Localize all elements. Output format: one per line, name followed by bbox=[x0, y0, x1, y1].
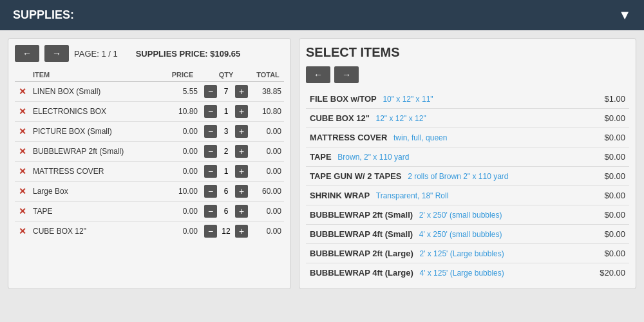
item-price: 0.00 bbox=[165, 122, 200, 142]
qty-decrease-button[interactable]: − bbox=[204, 165, 217, 178]
qty-increase-button[interactable]: + bbox=[235, 225, 248, 238]
select-next-button[interactable]: → bbox=[334, 66, 359, 83]
item-total: 0.00 bbox=[252, 142, 284, 162]
select-item-desc: 2' x 250' (small bubbles) bbox=[419, 211, 502, 220]
supplies-next-button[interactable]: → bbox=[44, 45, 69, 62]
remove-item-button[interactable]: ✕ bbox=[17, 146, 28, 156]
supplies-prev-button[interactable]: ← bbox=[15, 45, 39, 62]
list-item[interactable]: CUBE BOX 12" 12" x 12" x 12" $0.00 bbox=[306, 109, 629, 128]
item-price: 0.00 bbox=[165, 222, 200, 242]
qty-increase-button[interactable]: + bbox=[235, 85, 248, 98]
remove-item-button[interactable]: ✕ bbox=[17, 166, 28, 176]
select-item-name: MATTRESS COVER bbox=[310, 133, 387, 142]
table-row: ✕ LINEN BOX (Small) 5.55 − 7 + 38.85 bbox=[15, 82, 284, 102]
list-item[interactable]: TAPE GUN W/ 2 TAPES 2 rolls of Brown 2" … bbox=[306, 167, 629, 186]
qty-decrease-button[interactable]: − bbox=[204, 125, 217, 138]
qty-decrease-button[interactable]: − bbox=[204, 205, 217, 218]
select-item-desc: 10" x 12" x 11" bbox=[383, 95, 433, 104]
supplies-nav: ← → PAGE: 1 / 1 SUPPLIES PRICE: $109.65 bbox=[15, 45, 284, 62]
qty-increase-button[interactable]: + bbox=[235, 185, 248, 198]
list-item[interactable]: TAPE Brown, 2" x 110 yard $0.00 bbox=[306, 147, 629, 167]
qty-value: 2 bbox=[220, 147, 232, 156]
qty-decrease-button[interactable]: − bbox=[204, 105, 217, 118]
remove-item-button[interactable]: ✕ bbox=[17, 206, 28, 216]
item-total: 0.00 bbox=[252, 222, 284, 242]
supplies-price-info: SUPPLIES PRICE: $109.65 bbox=[136, 49, 241, 59]
qty-value: 7 bbox=[220, 87, 232, 96]
item-price: 10.00 bbox=[165, 182, 200, 202]
select-item-name-cell: BUBBLEWRAP 4ft (Small) 4' x 250' (small … bbox=[306, 225, 591, 244]
table-row: ✕ CUBE BOX 12" 0.00 − 12 + 0.00 bbox=[15, 222, 284, 242]
select-item-price: $0.00 bbox=[591, 186, 629, 205]
item-name: PICTURE BOX (Small) bbox=[30, 122, 165, 142]
select-item-name-cell: BUBBLEWRAP 4ft (Large) 4' x 125' (Large … bbox=[306, 263, 591, 283]
qty-value: 1 bbox=[220, 167, 232, 176]
select-item-name: SHRINK WRAP bbox=[310, 191, 370, 200]
col-header-qty: QTY bbox=[200, 68, 252, 82]
select-item-price: $0.00 bbox=[591, 205, 629, 225]
select-item-name-cell: TAPE Brown, 2" x 110 yard bbox=[306, 147, 591, 167]
select-item-desc: 2' x 125' (Large bubbles) bbox=[419, 249, 504, 258]
select-item-name-cell: SHRINK WRAP Transparent, 18" Roll bbox=[306, 186, 591, 205]
select-item-name-cell: BUBBLEWRAP 2ft (Large) 2' x 125' (Large … bbox=[306, 244, 591, 263]
select-items-panel: SELECT ITEMS ← → FILE BOX w/TOP 10" x 12… bbox=[299, 38, 636, 289]
select-item-price: $1.00 bbox=[591, 90, 629, 109]
supplies-panel: ← → PAGE: 1 / 1 SUPPLIES PRICE: $109.65 … bbox=[8, 38, 291, 289]
list-item[interactable]: BUBBLEWRAP 2ft (Small) 2' x 250' (small … bbox=[306, 205, 629, 225]
chevron-down-icon[interactable]: ▼ bbox=[618, 8, 631, 23]
qty-decrease-button[interactable]: − bbox=[204, 225, 217, 238]
col-header-price: PRICE bbox=[165, 68, 200, 82]
remove-item-button[interactable]: ✕ bbox=[17, 126, 28, 137]
select-item-desc: Brown, 2" x 110 yard bbox=[337, 153, 409, 162]
table-row: ✕ TAPE 0.00 − 6 + 0.00 bbox=[15, 202, 284, 222]
select-item-name: BUBBLEWRAP 4ft (Large) bbox=[310, 268, 413, 278]
select-prev-button[interactable]: ← bbox=[306, 66, 330, 83]
item-name: ELECTRONICS BOX bbox=[30, 102, 165, 122]
select-items-nav: ← → bbox=[306, 66, 629, 83]
qty-decrease-button[interactable]: − bbox=[204, 145, 217, 158]
list-item[interactable]: BUBBLEWRAP 2ft (Large) 2' x 125' (Large … bbox=[306, 244, 629, 263]
qty-increase-button[interactable]: + bbox=[235, 125, 248, 138]
select-items-title: SELECT ITEMS bbox=[306, 45, 629, 60]
qty-decrease-button[interactable]: − bbox=[204, 85, 217, 98]
list-item[interactable]: MATTRESS COVER twin, full, queen $0.00 bbox=[306, 128, 629, 147]
select-item-desc: Transparent, 18" Roll bbox=[376, 191, 449, 200]
item-price: 0.00 bbox=[165, 162, 200, 182]
item-name: Large Box bbox=[30, 182, 165, 202]
select-item-price: $0.00 bbox=[591, 128, 629, 147]
supplies-page-info: PAGE: 1 / 1 bbox=[74, 49, 118, 59]
qty-increase-button[interactable]: + bbox=[235, 145, 248, 158]
qty-control: − 12 + bbox=[203, 225, 249, 238]
select-item-price: $0.00 bbox=[591, 167, 629, 186]
qty-increase-button[interactable]: + bbox=[235, 105, 248, 118]
supplies-table: ITEM PRICE QTY TOTAL ✕ LINEN BOX (Small)… bbox=[15, 68, 284, 241]
item-total: 10.80 bbox=[252, 102, 284, 122]
list-item[interactable]: SHRINK WRAP Transparent, 18" Roll $0.00 bbox=[306, 186, 629, 205]
col-header-total: TOTAL bbox=[252, 68, 284, 82]
qty-control: − 2 + bbox=[203, 145, 249, 158]
item-name: LINEN BOX (Small) bbox=[30, 82, 165, 102]
qty-control: − 1 + bbox=[203, 165, 249, 178]
supplies-header: SUPPLIES: ▼ bbox=[0, 0, 644, 30]
qty-control: − 6 + bbox=[203, 185, 249, 198]
qty-increase-button[interactable]: + bbox=[235, 205, 248, 218]
item-price: 0.00 bbox=[165, 202, 200, 222]
select-item-name: TAPE GUN W/ 2 TAPES bbox=[310, 171, 402, 181]
select-item-name: TAPE bbox=[310, 152, 332, 162]
list-item[interactable]: BUBBLEWRAP 4ft (Large) 4' x 125' (Large … bbox=[306, 263, 629, 283]
list-item[interactable]: FILE BOX w/TOP 10" x 12" x 11" $1.00 bbox=[306, 90, 629, 109]
select-item-name-cell: CUBE BOX 12" 12" x 12" x 12" bbox=[306, 109, 591, 128]
qty-decrease-button[interactable]: − bbox=[204, 185, 217, 198]
item-price: 5.55 bbox=[165, 82, 200, 102]
remove-item-button[interactable]: ✕ bbox=[17, 86, 28, 97]
select-item-name-cell: FILE BOX w/TOP 10" x 12" x 11" bbox=[306, 90, 591, 109]
qty-value: 6 bbox=[220, 187, 232, 196]
remove-item-button[interactable]: ✕ bbox=[17, 226, 28, 236]
remove-item-button[interactable]: ✕ bbox=[17, 106, 28, 117]
table-row: ✕ MATTRESS COVER 0.00 − 1 + 0.00 bbox=[15, 162, 284, 182]
remove-item-button[interactable]: ✕ bbox=[17, 186, 28, 196]
qty-increase-button[interactable]: + bbox=[235, 165, 248, 178]
list-item[interactable]: BUBBLEWRAP 4ft (Small) 4' x 250' (small … bbox=[306, 225, 629, 244]
select-item-name-cell: TAPE GUN W/ 2 TAPES 2 rolls of Brown 2" … bbox=[306, 167, 591, 186]
select-item-desc: 4' x 125' (Large bubbles) bbox=[419, 269, 504, 278]
